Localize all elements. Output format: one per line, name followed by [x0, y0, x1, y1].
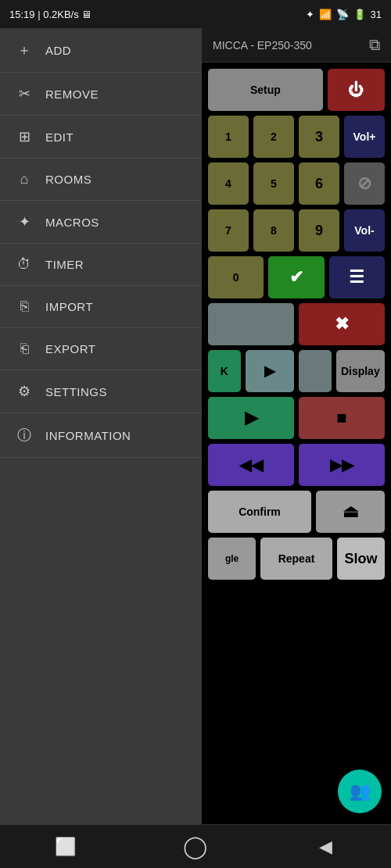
num7-button[interactable]: 7	[208, 209, 249, 252]
stop-button[interactable]: ■	[299, 397, 385, 439]
check-icon: ✔	[289, 267, 303, 288]
remote-panel: MICCA - EP250-350 ⧉ Setup ⏻ 1 2 3 Vol+	[202, 28, 391, 824]
confirm-button[interactable]: Confirm	[208, 491, 311, 533]
num2-button[interactable]: 2	[253, 116, 294, 158]
power-button[interactable]: ⏻	[328, 69, 385, 111]
angle-button[interactable]: gle	[208, 538, 256, 580]
sidebar-label-rooms: ROOMS	[45, 173, 91, 186]
power-icon: ⏻	[348, 81, 364, 99]
slow-button[interactable]: Slow	[337, 538, 385, 580]
btn-row-2: 1 2 3 Vol+	[208, 116, 385, 158]
repeat-button[interactable]: Repeat	[260, 538, 332, 580]
sidebar-label-timer: TIMER	[45, 258, 84, 271]
grey1-button[interactable]	[208, 303, 294, 345]
btn-row-8: ▶ ■	[208, 397, 385, 439]
add-icon: ＋	[16, 41, 33, 59]
sidebar-label-macros: MACROS	[45, 216, 99, 229]
remove-icon: ✂	[16, 85, 33, 102]
sidebar-label-export: EXPORT	[45, 342, 95, 355]
play-small-icon: ▶	[264, 363, 275, 380]
nav-square-button[interactable]: ⬜	[41, 837, 88, 857]
check-button[interactable]: ✔	[268, 256, 324, 298]
display-button[interactable]: Display	[336, 350, 385, 392]
sidebar-label-settings: SETTINGS	[45, 385, 107, 398]
status-time-data: 15:19 | 0.2KB/s 🖥	[9, 9, 91, 20]
num1-button[interactable]: 1	[208, 116, 249, 158]
sidebar-label-information: INFORMATION	[45, 429, 131, 442]
rooms-icon: ⌂	[16, 171, 33, 188]
information-icon: ⓘ	[16, 426, 33, 445]
main-area: ＋ ADD ✂ REMOVE ⊞ EDIT ⌂ ROOMS ✦ MACROS ⏱…	[0, 28, 391, 824]
sidebar-label-edit: EDIT	[45, 130, 74, 144]
fab-button[interactable]: 👥	[338, 770, 382, 813]
sidebar-label-add: ADD	[45, 44, 71, 57]
settings-icon: ⚙	[16, 383, 33, 400]
bluetooth-icon: ✦	[306, 9, 314, 20]
close-button[interactable]: ✖	[299, 303, 385, 345]
edit-icon: ⊞	[16, 128, 33, 145]
play-icon: ▶	[245, 408, 258, 428]
sidebar-item-export[interactable]: ⎗ EXPORT	[0, 328, 202, 370]
sidebar-item-information[interactable]: ⓘ INFORMATION	[0, 413, 202, 458]
sidebar-item-add[interactable]: ＋ ADD	[0, 28, 202, 73]
sidebar: ＋ ADD ✂ REMOVE ⊞ EDIT ⌂ ROOMS ✦ MACROS ⏱…	[0, 28, 202, 824]
menu-button[interactable]: ☰	[329, 256, 385, 298]
timer-icon: ⏱	[16, 256, 33, 273]
disabled-button[interactable]: ⊘	[344, 163, 385, 205]
wifi-icon: 📡	[336, 9, 349, 20]
sidebar-item-edit[interactable]: ⊞ EDIT	[0, 116, 202, 159]
sidebar-item-import[interactable]: ⎘ IMPORT	[0, 286, 202, 328]
nav-back-button[interactable]: ◀	[303, 837, 350, 857]
btn-row-5: 0 ✔ ☰	[208, 256, 385, 298]
nav-home-button[interactable]: ◯	[172, 834, 219, 859]
num0-label: 0	[233, 271, 239, 284]
eject-button[interactable]: ⏏	[316, 491, 385, 533]
num8-label: 8	[271, 224, 277, 237]
setup-button[interactable]: Setup	[208, 69, 323, 111]
sidebar-label-remove: REMOVE	[45, 88, 99, 101]
status-bar: 15:19 | 0.2KB/s 🖥 ✦ 📶 📡 🔋 31	[0, 0, 391, 28]
remote-header: MICCA - EP250-350 ⧉	[202, 28, 391, 63]
num4-button[interactable]: 4	[208, 163, 249, 205]
num0-button[interactable]: 0	[208, 256, 264, 298]
rewind-button[interactable]: ◀◀	[208, 444, 294, 486]
remote-title: MICCA - EP250-350	[213, 39, 312, 52]
status-monitor-icon: 🖥	[81, 9, 91, 20]
volplus-button[interactable]: Vol+	[344, 116, 385, 158]
eject-icon: ⏏	[343, 502, 359, 522]
small-grey-button[interactable]	[299, 350, 332, 392]
btn-row-9: ◀◀ ▶▶	[208, 444, 385, 486]
btn-row-6: ✖	[208, 303, 385, 345]
sidebar-item-remove[interactable]: ✂ REMOVE	[0, 73, 202, 116]
num5-label: 5	[271, 177, 277, 190]
num5-button[interactable]: 5	[253, 163, 294, 205]
status-data-speed: 0.2KB/s	[43, 9, 79, 20]
sidebar-item-rooms[interactable]: ⌂ ROOMS	[0, 159, 202, 201]
forward-button[interactable]: ▶▶	[299, 444, 385, 486]
num3-button[interactable]: 3	[299, 116, 339, 158]
remote-header-icon: ⧉	[369, 36, 380, 54]
status-time: 15:19	[9, 9, 35, 20]
remote-buttons: Setup ⏻ 1 2 3 Vol+ 4	[202, 63, 391, 824]
sidebar-item-timer[interactable]: ⏱ TIMER	[0, 244, 202, 286]
num9-button[interactable]: 9	[299, 209, 339, 252]
num6-button[interactable]: 6	[299, 163, 339, 205]
num8-button[interactable]: 8	[253, 209, 294, 252]
close-icon: ✖	[335, 314, 349, 334]
sidebar-item-settings[interactable]: ⚙ SETTINGS	[0, 370, 202, 413]
btn-row-1: Setup ⏻	[208, 69, 385, 111]
btn-row-7: K ▶ Display	[208, 350, 385, 392]
sidebar-item-macros[interactable]: ✦ MACROS	[0, 201, 202, 244]
signal-icon: 📶	[319, 9, 332, 20]
disabled-icon: ⊘	[357, 173, 371, 194]
rewind-icon: ◀◀	[239, 455, 263, 474]
play-button[interactable]: ▶	[208, 397, 294, 439]
num4-label: 4	[225, 177, 231, 190]
import-icon: ⎘	[16, 298, 33, 315]
battery-icon: 🔋	[353, 9, 366, 20]
play-small-button[interactable]: ▶	[246, 350, 294, 392]
back-button[interactable]: K	[208, 350, 241, 392]
fab-icon: 👥	[350, 781, 371, 802]
num7-label: 7	[225, 224, 231, 237]
volminus-button[interactable]: Vol-	[344, 209, 385, 252]
